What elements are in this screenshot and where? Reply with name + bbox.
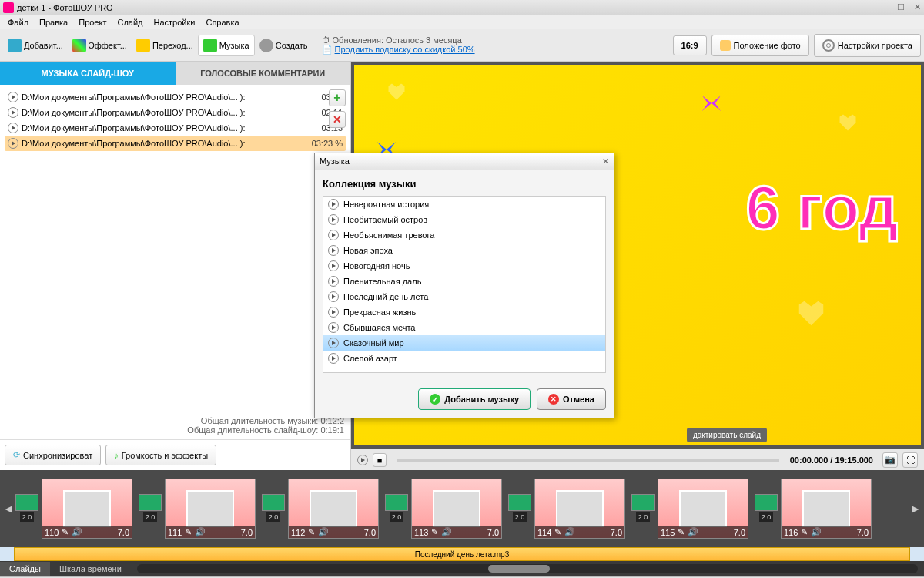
tool-effects[interactable]: Эффект... [68, 35, 132, 55]
snapshot-button[interactable]: 📷 [882, 452, 898, 468]
track-row[interactable]: D:\Мои документы\Программы\ФотоШОУ PRO\A… [5, 105, 346, 120]
play-icon[interactable] [328, 276, 339, 287]
slide-thumb[interactable]: 112✎🔊7.0 [288, 479, 379, 539]
menu-settings[interactable]: Настройки [149, 17, 200, 28]
tab-slides[interactable]: Слайды [0, 562, 50, 576]
play-icon[interactable] [328, 260, 339, 271]
timeline-tabs: Слайды Шкала времени [0, 561, 924, 576]
play-icon[interactable] [328, 245, 339, 256]
play-icon[interactable] [328, 214, 339, 225]
toolbar: Добавит... Эффект... Переход... Музыка С… [0, 29, 924, 62]
menu-file[interactable]: Файл [3, 17, 33, 28]
play-icon[interactable] [328, 353, 339, 364]
tab-voice-comments[interactable]: ГОЛОСОВЫЕ КОММЕНТАРИИ [176, 62, 351, 85]
music-item[interactable]: Необитаемый остров [323, 212, 605, 227]
palette-icon [72, 39, 86, 52]
slide-thumb[interactable]: 116✎🔊7.0 [781, 479, 872, 539]
play-icon[interactable] [328, 338, 339, 348]
volume-effects-button[interactable]: ♪Громкость и эффекты [105, 445, 216, 465]
add-music-button[interactable]: ✓Добавить музыку [418, 388, 531, 410]
plus-icon: + [333, 91, 340, 105]
slide-text: 6 год [745, 173, 898, 244]
play-icon[interactable] [8, 107, 18, 118]
timeline-scrollbar[interactable] [137, 564, 918, 573]
timeline-prev[interactable]: ◄ [3, 502, 14, 515]
seek-bar[interactable] [397, 459, 779, 462]
sync-button[interactable]: ⟳Синхронизироват [5, 445, 101, 465]
transition-thumb[interactable]: 2.0 [630, 488, 656, 529]
menu-project[interactable]: Проект [74, 17, 111, 28]
tool-add[interactable]: Добавит... [3, 35, 68, 55]
play-icon[interactable] [328, 199, 339, 210]
play-icon[interactable] [8, 92, 18, 102]
transition-thumb[interactable]: 2.0 [137, 488, 163, 529]
slide-thumb[interactable]: 113✎🔊7.0 [411, 479, 502, 539]
audio-track[interactable]: Последний день лета.mp3 [14, 547, 910, 561]
music-item[interactable]: Новогодняя ночь [323, 258, 605, 274]
transition-thumb[interactable]: 2.0 [260, 488, 286, 529]
music-item[interactable]: Пленительная даль [323, 274, 605, 289]
track-row[interactable]: D:\Мои документы\Программы\ФотоШОУ PRO\A… [5, 136, 346, 151]
music-item[interactable]: Слепой азарт [323, 351, 605, 366]
music-item[interactable]: Последний день лета [323, 289, 605, 304]
maximize-button[interactable]: ☐ [897, 2, 905, 12]
slide-thumb[interactable]: 114✎🔊7.0 [534, 479, 625, 539]
play-icon[interactable] [328, 230, 339, 240]
check-icon: ✓ [430, 394, 440, 405]
music-item[interactable]: Сбывшаяся мечта [323, 320, 605, 335]
update-notice: ⏱ Обновления: Осталось 3 месяца 📄 Продли… [322, 35, 475, 55]
tool-music[interactable]: Музыка [198, 35, 255, 56]
music-note-icon [203, 39, 217, 52]
stop-button[interactable]: ■ [373, 453, 387, 467]
note-icon: ♪ [114, 451, 119, 460]
aspect-ratio-button[interactable]: 16:9 [673, 35, 707, 55]
play-icon[interactable] [8, 123, 18, 133]
camera-icon [8, 39, 22, 52]
music-dialog: Музыка ✕ Коллекция музыки Невероятная ис… [314, 153, 614, 418]
gear-icon [822, 39, 835, 52]
window-title: детки 1 - ФотоШОУ PRO [17, 3, 113, 12]
transition-thumb[interactable]: 2.0 [753, 488, 779, 529]
transition-thumb[interactable]: 2.0 [14, 488, 40, 529]
menu-slide[interactable]: Слайд [112, 17, 147, 28]
play-icon[interactable] [328, 322, 339, 333]
slide-thumb[interactable]: 111✎🔊7.0 [165, 479, 256, 539]
menubar: Файл Правка Проект Слайд Настройки Справ… [0, 15, 924, 29]
menu-edit[interactable]: Правка [35, 17, 72, 28]
close-button[interactable]: ✕ [914, 2, 921, 12]
add-track-button[interactable]: + [329, 89, 346, 106]
edit-slide-button[interactable]: дактировать слайд [687, 428, 767, 442]
play-button[interactable] [357, 455, 368, 465]
music-item[interactable]: Невероятная история [323, 197, 605, 212]
dialog-close-button[interactable]: ✕ [602, 156, 609, 166]
titlebar: детки 1 - ФотоШОУ PRO — ☐ ✕ [0, 0, 924, 15]
timeline-next[interactable]: ► [910, 502, 921, 515]
app-icon [3, 2, 14, 13]
transition-thumb[interactable]: 2.0 [383, 488, 410, 529]
remove-track-button[interactable]: ✕ [329, 111, 346, 128]
duration-info: Общая длительность музыки: 0:12:2 Общая … [0, 412, 350, 439]
play-icon[interactable] [8, 138, 18, 149]
play-icon[interactable] [328, 291, 339, 302]
update-link[interactable]: Продлить подписку со скидкой 50% [335, 45, 475, 54]
photo-position-button[interactable]: Положение фото [711, 35, 809, 56]
music-item[interactable]: Новая эпоха [323, 243, 605, 258]
tool-create[interactable]: Создать [255, 35, 313, 55]
transition-thumb[interactable]: 2.0 [507, 488, 533, 529]
slide-thumb[interactable]: 115✎🔊7.0 [658, 479, 748, 539]
music-item[interactable]: Необъяснимая тревога [323, 227, 605, 243]
track-row[interactable]: D:\Мои документы\Программы\ФотоШОУ PRO\A… [5, 89, 346, 105]
tool-transitions[interactable]: Переход... [132, 35, 198, 55]
project-settings-button[interactable]: Настройки проекта [814, 34, 921, 57]
slide-thumb[interactable]: 110✎🔊7.0 [42, 479, 132, 539]
minimize-button[interactable]: — [879, 2, 888, 12]
music-item[interactable]: Прекрасная жизнь [323, 304, 605, 320]
tab-slideshow-music[interactable]: МУЗЫКА СЛАЙД-ШОУ [0, 62, 176, 85]
cancel-button[interactable]: ✕Отмена [537, 388, 606, 410]
play-icon[interactable] [328, 307, 339, 318]
fullscreen-button[interactable]: ⛶ [902, 452, 918, 468]
tab-timescale[interactable]: Шкала времени [50, 562, 131, 576]
music-item[interactable]: Сказочный мир [323, 335, 605, 351]
menu-help[interactable]: Справка [201, 17, 243, 28]
track-row[interactable]: D:\Мои документы\Программы\ФотоШОУ PRO\A… [5, 120, 346, 136]
